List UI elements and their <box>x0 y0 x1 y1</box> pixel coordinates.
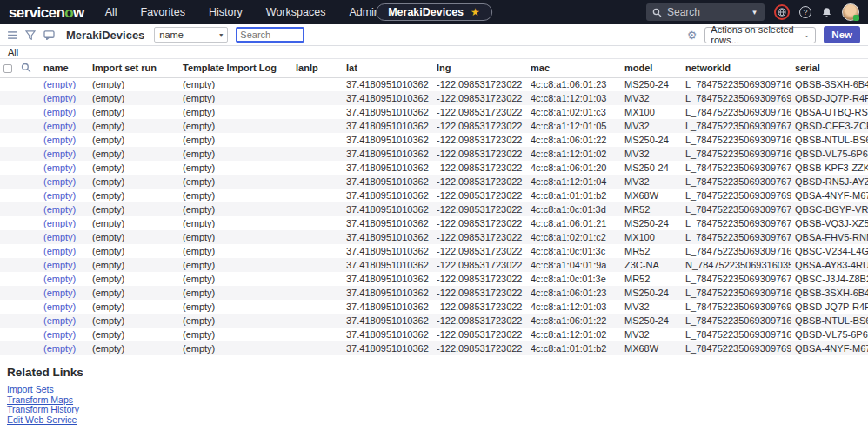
cell-lanip <box>292 272 343 286</box>
global-search[interactable]: Search ▾ <box>646 3 765 21</box>
column-header-template-import-log[interactable]: Template Import Log <box>179 59 292 77</box>
nav-item-workspaces[interactable]: Workspaces <box>266 6 326 18</box>
cell-mac: 4c:c8:a1:12:01:02 <box>527 147 621 161</box>
nav-item-favorites[interactable]: Favorites <box>141 6 185 18</box>
breadcrumb[interactable]: All <box>0 46 868 59</box>
column-header-mac[interactable]: mac <box>527 59 621 77</box>
cell-lanip <box>292 328 343 341</box>
cell-networkid: L_784752235069309716 <box>682 133 791 147</box>
cell-row-icon <box>17 230 40 244</box>
cell-checkbox <box>0 258 17 272</box>
new-button[interactable]: New <box>824 26 860 43</box>
record-link[interactable]: (empty) <box>43 135 76 145</box>
cell-mac: 4c:c8:a1:06:01:21 <box>527 216 621 230</box>
cell-lanip <box>292 286 343 300</box>
record-link[interactable]: (empty) <box>43 218 76 228</box>
record-link[interactable]: (empty) <box>43 315 76 326</box>
record-link[interactable]: (empty) <box>43 301 76 312</box>
column-header-name[interactable]: name <box>40 59 89 77</box>
notifications-bell-icon[interactable] <box>821 7 832 18</box>
cell-serial: QBSA-4NYF-M67T <box>791 189 868 202</box>
table-row: (empty)(empty)(empty)37.4180951010362-12… <box>0 244 868 258</box>
record-link[interactable]: (empty) <box>43 121 76 131</box>
record-link[interactable]: (empty) <box>43 190 76 201</box>
record-link[interactable]: (empty) <box>43 149 76 159</box>
column-header-import-set-run[interactable]: Import set run <box>89 59 179 77</box>
record-link[interactable]: (empty) <box>43 204 76 215</box>
cell-serial: QBSB-NTUL-BS6Y <box>791 314 868 328</box>
gear-icon[interactable]: ⚙ <box>687 30 698 41</box>
filter-funnel-icon[interactable] <box>25 30 36 40</box>
cell-lng: -122.098531723022 <box>433 286 527 300</box>
cell-networkid: L_784752235069309767 <box>682 272 791 286</box>
select-all-header[interactable] <box>0 59 17 77</box>
list-menu-icon[interactable] <box>8 31 17 39</box>
table-header-row: nameImport set runTemplate Import Loglan… <box>0 59 868 77</box>
cell-template-import-log: (empty) <box>179 314 292 328</box>
current-page-pill[interactable]: MerakiDevices ★ <box>376 3 492 21</box>
column-header-lat[interactable]: lat <box>343 59 433 77</box>
cell-row-icon <box>17 272 40 286</box>
actions-on-rows-select[interactable]: Actions on selected rows...⌄ <box>704 27 816 43</box>
record-link[interactable]: (empty) <box>43 232 76 242</box>
cell-name: (empty) <box>40 175 89 189</box>
cell-name: (empty) <box>40 314 89 328</box>
list-search-input[interactable] <box>236 27 304 43</box>
column-header-networkid[interactable]: networkId <box>682 59 791 77</box>
record-link[interactable]: (empty) <box>43 79 76 89</box>
cell-checkbox <box>0 91 17 105</box>
globe-update-set-icon[interactable] <box>774 4 790 20</box>
cell-mac: 4c:c8:a1:06:01:22 <box>527 314 621 328</box>
related-link-transform-history[interactable]: Transform History <box>7 405 861 415</box>
record-link[interactable]: (empty) <box>43 107 76 117</box>
search-scope-dropdown[interactable]: ▾ <box>744 3 765 21</box>
cell-lat: 37.4180951010362 <box>343 258 433 272</box>
cell-lng: -122.098531723022 <box>433 341 527 355</box>
cell-networkid: L_784752235069309716 <box>682 147 791 161</box>
related-link-import-sets[interactable]: Import Sets <box>7 385 861 395</box>
record-link[interactable]: (empty) <box>43 288 76 298</box>
table-row: (empty)(empty)(empty)37.4180951010362-12… <box>0 202 868 216</box>
search-field-select[interactable]: name▾ <box>154 27 228 43</box>
cell-networkid: L_784752235069309769 <box>682 300 791 314</box>
cell-lng: -122.098531723022 <box>433 175 527 189</box>
cell-serial: QBSB-3SXH-6B4W <box>791 286 868 300</box>
related-link-transform-maps[interactable]: Transform Maps <box>7 395 861 406</box>
servicenow-logo[interactable]: servicenow <box>9 5 84 20</box>
help-icon[interactable]: ? <box>799 6 811 18</box>
favorite-star-icon[interactable]: ★ <box>471 7 480 17</box>
related-link-edit-web-service[interactable]: Edit Web Service <box>7 415 861 426</box>
column-header-serial[interactable]: serial <box>791 59 868 77</box>
select-all-checkbox[interactable] <box>3 64 12 73</box>
cell-lng: -122.098531723022 <box>433 105 527 119</box>
cell-lat: 37.4180951010362 <box>343 133 433 147</box>
record-link[interactable]: (empty) <box>43 93 76 103</box>
record-link[interactable]: (empty) <box>43 343 76 354</box>
chat-bubble-icon[interactable] <box>43 30 55 40</box>
column-header-lanip[interactable]: lanIp <box>292 59 343 77</box>
column-header-lng[interactable]: lng <box>433 59 527 77</box>
user-avatar[interactable] <box>842 3 859 21</box>
cell-networkid: L_784752235069309716 <box>682 286 791 300</box>
column-header-model[interactable]: model <box>621 59 682 77</box>
record-link[interactable]: (empty) <box>43 176 76 187</box>
record-link[interactable]: (empty) <box>43 260 76 270</box>
cell-checkbox <box>0 119 17 133</box>
nav-item-history[interactable]: History <box>209 6 243 18</box>
cell-lng: -122.098531723022 <box>433 189 527 202</box>
cell-name: (empty) <box>40 230 89 244</box>
record-link[interactable]: (empty) <box>43 274 76 284</box>
cell-lanip <box>292 77 343 91</box>
cell-template-import-log: (empty) <box>179 216 292 230</box>
cell-import-set-run: (empty) <box>89 341 179 355</box>
record-link[interactable]: (empty) <box>43 329 76 340</box>
record-link[interactable]: (empty) <box>43 162 76 173</box>
header-search-toggle[interactable] <box>17 59 40 77</box>
cell-lng: -122.098531723022 <box>433 77 527 91</box>
cell-checkbox <box>0 202 17 216</box>
record-link[interactable]: (empty) <box>43 246 76 256</box>
cell-template-import-log: (empty) <box>179 77 292 91</box>
cell-row-icon <box>17 328 40 341</box>
cell-lat: 37.4180951010362 <box>343 119 433 133</box>
nav-item-all[interactable]: All <box>105 6 117 18</box>
